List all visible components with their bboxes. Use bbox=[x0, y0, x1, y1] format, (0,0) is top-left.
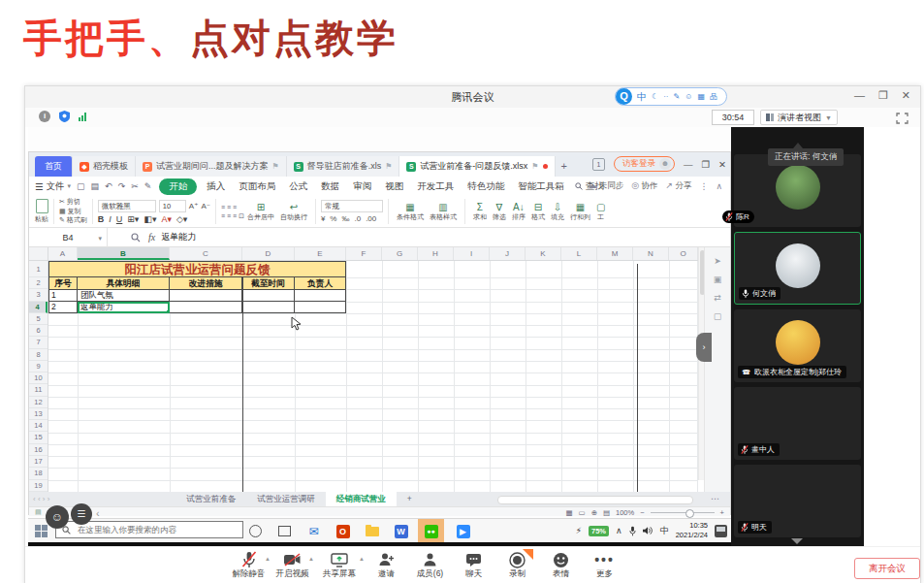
pin-icon[interactable]: ⚑ bbox=[531, 162, 538, 171]
row-header[interactable]: 8 bbox=[29, 349, 48, 361]
column-header[interactable]: O bbox=[669, 247, 698, 260]
select-all-corner[interactable] bbox=[29, 247, 48, 261]
paste-button[interactable]: 粘贴 bbox=[35, 199, 48, 224]
table-title-cell[interactable]: 阳江店试营业运营问题反馈 bbox=[48, 261, 346, 277]
row-header[interactable]: 15 bbox=[29, 432, 48, 443]
font-shrink-button[interactable]: A⁻ bbox=[201, 202, 210, 211]
header-cell[interactable]: 序号 bbox=[48, 277, 78, 290]
table-style-button[interactable]: ▥ 表格样式 bbox=[430, 202, 457, 222]
cortana-icon[interactable] bbox=[247, 523, 264, 539]
sheet-tab-active[interactable]: 经销商试营业 bbox=[326, 492, 397, 506]
wechat-icon[interactable]: ●● bbox=[423, 523, 439, 539]
save-icon[interactable]: ▢ bbox=[77, 181, 85, 191]
column-header[interactable]: M bbox=[597, 247, 633, 260]
column-header[interactable]: J bbox=[490, 247, 526, 260]
cut-button[interactable]: ✂ 剪切 bbox=[59, 198, 87, 207]
mail-icon[interactable]: ✉ bbox=[305, 523, 322, 539]
row-header[interactable]: 13 bbox=[29, 408, 48, 420]
number-format-select[interactable]: 常规 bbox=[321, 200, 383, 212]
wps-restore-button[interactable]: ❐ bbox=[702, 159, 711, 170]
chat-button[interactable]: 聊天 bbox=[452, 551, 495, 580]
add-sheet-button[interactable]: + bbox=[397, 492, 423, 506]
ribbon-menu-item[interactable]: 开发工具 bbox=[410, 180, 461, 193]
cell-E4[interactable] bbox=[295, 302, 346, 313]
wps-taskbar-icon[interactable]: W bbox=[393, 523, 409, 539]
wps-tab-active-doc[interactable]: S 试营业前准备-问题反馈.xlsx ⚑ bbox=[399, 156, 555, 177]
column-header[interactable]: K bbox=[526, 247, 561, 260]
wps-tab-ppt-doc[interactable]: P 试营业期间问...题及解决方案 ⚑ bbox=[136, 156, 287, 177]
more-button[interactable]: ••• 更多 bbox=[583, 551, 626, 580]
wrap-text-button[interactable]: ↩ 自动换行 bbox=[280, 202, 307, 222]
new-tab-button[interactable]: + bbox=[561, 156, 567, 177]
expand-panel-tab[interactable]: › bbox=[696, 333, 712, 362]
sum-button[interactable]: Σ 求和 bbox=[473, 202, 487, 222]
column-header[interactable]: E bbox=[295, 247, 346, 260]
emoji-button[interactable]: 表情 bbox=[539, 551, 583, 580]
header-cell[interactable]: 具体明细 bbox=[78, 277, 170, 290]
ribbon-menu-item[interactable]: 智能工具箱 bbox=[511, 180, 571, 193]
cut-icon[interactable]: ✂ bbox=[131, 181, 139, 191]
column-header[interactable]: H bbox=[418, 247, 454, 260]
file-menu[interactable]: ☰ 文件 ▾ bbox=[35, 180, 71, 193]
pin-icon[interactable]: ⚑ bbox=[272, 162, 279, 171]
battery-level[interactable]: 75% bbox=[589, 526, 609, 536]
more-vert-icon[interactable]: ⋮ bbox=[699, 181, 708, 191]
cell-C4[interactable] bbox=[170, 302, 242, 313]
zoom-level[interactable]: 100% bbox=[616, 508, 634, 517]
collapse-ribbon-icon[interactable]: ∧ bbox=[716, 181, 722, 191]
edit-icon[interactable]: ✎ bbox=[144, 181, 152, 191]
tray-mic-icon[interactable] bbox=[629, 526, 636, 536]
sort-button[interactable]: A↓ 排序 bbox=[512, 202, 526, 222]
settings-slider-icon[interactable]: ⇄ bbox=[705, 293, 730, 303]
network-signal-icon[interactable] bbox=[79, 113, 86, 121]
column-header[interactable]: G bbox=[382, 247, 418, 260]
ribbon-menu-item[interactable]: 审阅 bbox=[346, 180, 378, 193]
clear-format-button[interactable]: ◇▾ bbox=[176, 214, 187, 224]
alignment-buttons[interactable]: ≡ ≡ ≡≡ ≡ ≡ ⊡ bbox=[221, 204, 244, 219]
column-header[interactable]: F bbox=[346, 247, 382, 260]
clock[interactable]: 10:35 2021/2/24 bbox=[676, 521, 708, 540]
bold-button[interactable]: B bbox=[98, 214, 105, 224]
cell-D3[interactable] bbox=[242, 290, 295, 302]
ribbon-menu-item[interactable]: 数据 bbox=[314, 180, 346, 193]
ime-lang-toggle[interactable]: 中 bbox=[637, 90, 647, 104]
filter-button[interactable]: ∇ 筛选 bbox=[493, 202, 506, 222]
underline-button[interactable]: U bbox=[116, 214, 123, 224]
borders-button[interactable]: ⊞▾ bbox=[127, 214, 139, 224]
row-header[interactable]: 14 bbox=[29, 420, 48, 432]
row-header[interactable]: 17 bbox=[29, 456, 48, 468]
row-header[interactable]: 6 bbox=[29, 325, 48, 337]
view-mode-button[interactable]: 演讲者视图 ▼ bbox=[760, 110, 838, 125]
collapse-float-toolbar-icon[interactable]: ‹ bbox=[96, 507, 100, 519]
row-header[interactable]: 16 bbox=[29, 444, 48, 456]
column-header[interactable]: C bbox=[170, 247, 242, 260]
zoom-slider-knob[interactable] bbox=[685, 509, 694, 518]
fill-button[interactable]: ⇩ 填充 bbox=[551, 202, 564, 222]
ribbon-menu-item[interactable]: 特色功能 bbox=[461, 180, 511, 193]
participant-tile[interactable]: ☎ 欧派衣柜全屋定制|郑仕玲 bbox=[734, 309, 861, 382]
security-shield-icon[interactable] bbox=[59, 111, 70, 122]
sheet-tab-1[interactable]: 试营业前准备 bbox=[175, 492, 246, 506]
scroll-participants-down-icon[interactable] bbox=[791, 538, 803, 544]
ime-grid-icon[interactable]: 品 bbox=[710, 91, 717, 102]
column-header[interactable]: I bbox=[454, 247, 490, 260]
record-button[interactable]: 录制 bbox=[495, 551, 539, 580]
header-cell[interactable]: 改进措施 bbox=[170, 277, 242, 290]
font-size-select[interactable]: 10 bbox=[159, 200, 186, 212]
backpack-icon[interactable]: ▣ bbox=[705, 275, 730, 284]
fill-color-button[interactable]: ◧▾ bbox=[143, 214, 156, 224]
wps-tab-xls-doc[interactable]: S 督导驻店前准备.xls ⚑ bbox=[287, 156, 400, 177]
close-button[interactable]: ✕ bbox=[902, 89, 910, 102]
row-header[interactable]: 11 bbox=[29, 384, 48, 396]
row-header[interactable]: 10 bbox=[29, 372, 48, 384]
cell-D4[interactable] bbox=[242, 302, 295, 313]
header-cell[interactable]: 负责人 bbox=[295, 277, 346, 290]
font-name-select[interactable]: 微软雅黑 bbox=[98, 200, 156, 212]
name-box[interactable]: B4 ▾ bbox=[29, 228, 108, 247]
header-cell[interactable]: 截至时间 bbox=[242, 277, 295, 290]
ribbon-menu-item[interactable]: 视图 bbox=[378, 180, 410, 193]
column-header[interactable]: D bbox=[242, 247, 295, 260]
rows-cols-button[interactable]: ▦ 行和列 bbox=[570, 202, 590, 222]
ime-keyboard-icon[interactable]: ▦ bbox=[697, 92, 705, 101]
file-explorer-icon[interactable] bbox=[364, 523, 380, 539]
